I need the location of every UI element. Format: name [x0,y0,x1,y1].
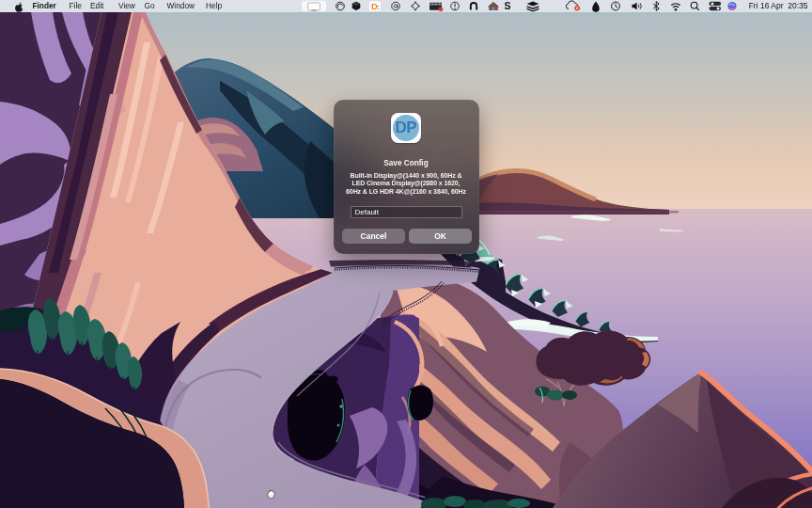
svg-text::: : [378,4,380,10]
svg-text:S: S [505,0,511,11]
